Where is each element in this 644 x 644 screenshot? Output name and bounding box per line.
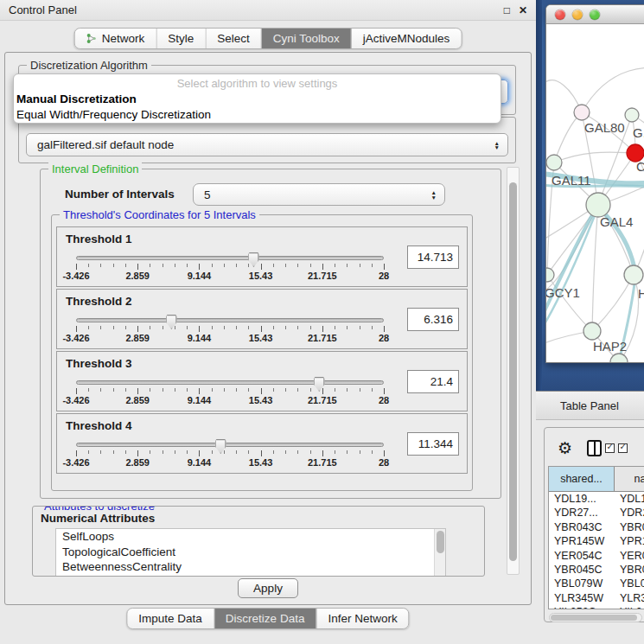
gcy1-node[interactable] bbox=[546, 268, 554, 282]
slider-tick bbox=[360, 264, 360, 267]
network-edge[interactable] bbox=[582, 67, 644, 112]
table-cell: YPR145W bbox=[549, 534, 615, 548]
control-panel-titlebar: Control Panel □ ✕ bbox=[0, 0, 536, 21]
table-row[interactable]: YBL079WYBL0 bbox=[549, 577, 644, 590]
attribute-item-betweennesscentrality[interactable]: BetweennessCentrality bbox=[56, 559, 445, 575]
threshold-value-input[interactable]: 11.344 bbox=[407, 432, 459, 456]
gal11-node[interactable] bbox=[546, 155, 562, 170]
slider-tick bbox=[261, 264, 262, 270]
threshold-slider[interactable]: -3.4262.8599.14415.4321.71528 bbox=[76, 315, 384, 346]
interval-definition-title: Interval Definition bbox=[48, 163, 142, 175]
slider-tick bbox=[113, 388, 114, 392]
table-row[interactable]: YER054CYER0 bbox=[549, 549, 644, 563]
algorithm-option-manual-discretization[interactable]: Manual Discretization bbox=[14, 92, 501, 107]
table-cell: YBL079W bbox=[549, 577, 615, 590]
minimize-button[interactable] bbox=[572, 10, 583, 20]
slider-tick bbox=[187, 264, 188, 267]
g-node[interactable] bbox=[625, 108, 639, 122]
tab-discretize-data[interactable]: Discretize Data bbox=[214, 609, 317, 628]
network-edge-highlighted[interactable] bbox=[546, 211, 596, 328]
scrollbar-thumb[interactable] bbox=[509, 182, 517, 561]
network-window[interactable]: GAL80G.CGAL11GAL4GCY1HHAP2 bbox=[545, 4, 644, 363]
table-row[interactable]: YLR345WYLR3 bbox=[549, 591, 644, 605]
column-header-na[interactable]: na bbox=[615, 467, 644, 491]
table-row[interactable]: YPR145WYPR1 bbox=[549, 534, 644, 548]
threshold-value-input[interactable]: 21.4 bbox=[407, 370, 459, 393]
checkbox-icon[interactable] bbox=[605, 443, 615, 453]
column-header-shared-[interactable]: shared... bbox=[549, 467, 615, 491]
threshold-slider[interactable]: -3.4262.8599.14415.4321.71528 bbox=[76, 439, 384, 470]
threshold-value-input[interactable]: 6.316 bbox=[407, 308, 459, 331]
table-row[interactable]: YIL052CYIL0 bbox=[549, 605, 644, 609]
threshold-slider[interactable]: -3.4262.8599.14415.4321.71528 bbox=[76, 377, 384, 408]
network-edge-highlighted[interactable] bbox=[546, 209, 596, 316]
columns-icon[interactable] bbox=[587, 440, 602, 456]
network-edge[interactable] bbox=[547, 275, 592, 331]
gal80-node[interactable] bbox=[574, 105, 590, 120]
table-cell: YLR345W bbox=[549, 591, 615, 605]
scale-label: 28 bbox=[379, 333, 389, 343]
tab-select[interactable]: Select bbox=[206, 29, 262, 48]
tab-network[interactable]: Network bbox=[75, 29, 157, 48]
tab-cyni-toolbox[interactable]: Cyni Toolbox bbox=[262, 29, 352, 48]
algorithm-placeholder-item[interactable]: Select algorithm to view settings bbox=[14, 76, 501, 92]
gear-icon[interactable]: ⚙ bbox=[558, 438, 572, 458]
tab-infer-network[interactable]: Infer Network bbox=[316, 609, 408, 628]
slider-track bbox=[76, 318, 384, 322]
float-panel-icon[interactable]: □ bbox=[504, 4, 510, 16]
h-node[interactable] bbox=[624, 265, 643, 284]
attribute-item-topologicalcoefficient[interactable]: TopologicalCoefficient bbox=[56, 545, 445, 560]
scrollbar-thumb[interactable] bbox=[551, 615, 637, 621]
network-edge[interactable] bbox=[554, 152, 635, 163]
hap2-node[interactable] bbox=[583, 322, 601, 340]
apply-button[interactable]: Apply bbox=[238, 578, 298, 598]
slider-tick bbox=[150, 388, 150, 392]
number-of-intervals-combobox[interactable]: 5 ▲▼ bbox=[193, 183, 445, 206]
slider-tick bbox=[384, 388, 385, 394]
control-panel: Control Panel □ ✕ NetworkStyleSelectCyni… bbox=[0, 0, 536, 644]
scale-label: 15.43 bbox=[249, 457, 273, 468]
tab-label: Network bbox=[102, 32, 145, 45]
table-cell: YBR045C bbox=[549, 563, 615, 577]
slider-tick bbox=[137, 388, 138, 394]
slider-tick bbox=[236, 388, 237, 392]
node-label-c: C bbox=[636, 159, 644, 174]
tab-style[interactable]: Style bbox=[156, 29, 206, 48]
slider-tick bbox=[297, 450, 298, 454]
slider-scale: -3.4262.8599.14415.4321.71528 bbox=[76, 457, 384, 469]
close-panel-icon[interactable]: ✕ bbox=[519, 4, 527, 16]
table-row[interactable]: YBR043CYBR0 bbox=[549, 520, 644, 534]
slider-tick bbox=[100, 388, 101, 392]
zoom-button[interactable] bbox=[590, 10, 600, 20]
attribute-item-selfloops[interactable]: SelfLoops bbox=[56, 529, 445, 545]
numerical-attributes-list[interactable]: SelfLoopsTopologicalCoefficientBetweenne… bbox=[55, 528, 446, 577]
main-vertical-scrollbar[interactable] bbox=[507, 167, 520, 575]
table-row[interactable]: YDL19...YDL1 bbox=[549, 492, 644, 506]
network-canvas[interactable]: GAL80G.CGAL11GAL4GCY1HHAP2 bbox=[546, 24, 644, 363]
slider-tick bbox=[76, 450, 77, 456]
table-panel-titlebar: Table Panel bbox=[536, 391, 644, 420]
tab-impute-data[interactable]: Impute Data bbox=[127, 609, 214, 628]
slider-tick bbox=[236, 450, 237, 454]
slider-tick bbox=[335, 450, 335, 454]
close-button[interactable] bbox=[555, 10, 565, 20]
slider-tick bbox=[335, 326, 335, 329]
threshold-value-input[interactable]: 14.713 bbox=[407, 245, 459, 269]
tab-jactivemnodules[interactable]: jActiveMNodules bbox=[352, 29, 462, 48]
scrollbar-thumb[interactable] bbox=[437, 531, 444, 553]
network-graph[interactable]: GAL80G.CGAL11GAL4GCY1HHAP2 bbox=[546, 24, 644, 363]
checkbox-icon[interactable] bbox=[618, 443, 628, 453]
network-edge[interactable] bbox=[592, 205, 598, 331]
slider-scale: -3.4262.8599.14415.4321.71528 bbox=[76, 271, 384, 282]
algorithm-option-equal-width-frequency-discretization[interactable]: Equal Width/Frequency Discretization bbox=[14, 107, 501, 123]
attributes-list-scrollbar[interactable] bbox=[434, 529, 445, 577]
threshold-slider[interactable]: -3.4262.8599.14415.4321.71528 bbox=[76, 252, 384, 284]
gal4-node[interactable] bbox=[586, 193, 610, 217]
node-table[interactable]: shared...na YDL19...YDL1YDR27...YDR2YBR0… bbox=[548, 466, 644, 609]
table-cell: YER054C bbox=[549, 549, 615, 563]
slider-tick bbox=[347, 388, 348, 392]
table-data-combobox[interactable]: galFiltered.sif default node ▲▼ bbox=[26, 133, 508, 156]
table-row[interactable]: YDR27...YDR2 bbox=[549, 506, 644, 520]
table-horizontal-scrollbar[interactable] bbox=[549, 613, 642, 622]
table-row[interactable]: YBR045CYBR0 bbox=[549, 563, 644, 577]
